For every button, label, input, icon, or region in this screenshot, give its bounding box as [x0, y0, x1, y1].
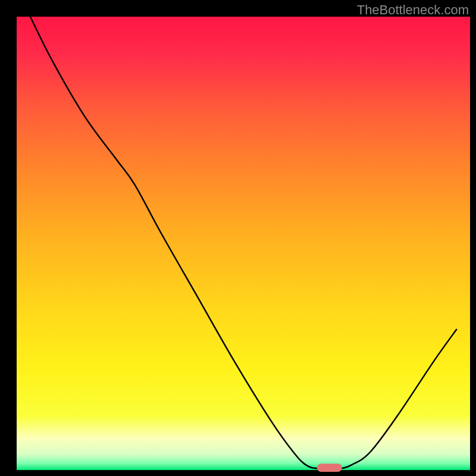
watermark-text: TheBottleneck.com [357, 2, 469, 18]
optimal-point-marker [317, 464, 342, 472]
chart-container: TheBottleneck.com [0, 0, 476, 476]
plot-background [17, 17, 470, 470]
chart-svg [0, 0, 476, 476]
